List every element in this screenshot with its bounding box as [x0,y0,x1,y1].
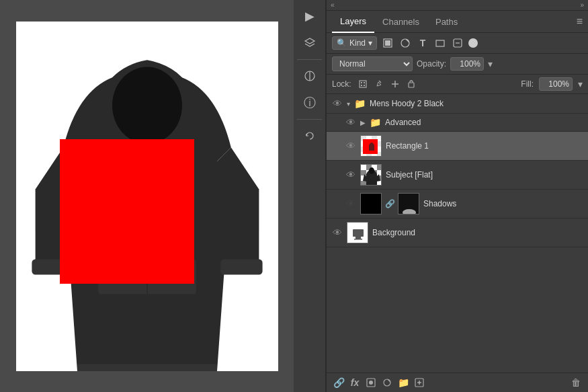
red-rectangle-overlay [60,139,194,284]
svg-rect-10 [385,40,390,46]
add-style-button[interactable]: fx [348,376,362,389]
shadows-thumbnail-2 [398,193,419,214]
chevron-advanced-icon[interactable]: ▶ [360,119,366,126]
link-layers-button[interactable]: 🔗 [332,376,345,389]
svg-line-20 [379,81,381,83]
fill-label: Fill: [521,79,534,89]
opacity-label: Opacity: [417,59,446,69]
layer-row-shadows[interactable]: 👁 🔗 Shadows [327,190,588,219]
link-shadows-icon[interactable]: 🔗 [386,193,394,214]
visibility-advanced-icon[interactable]: 👁 [345,117,356,128]
history-tool-button[interactable] [299,125,321,147]
kind-dropdown[interactable]: 🔍 Kind ▾ [332,36,377,50]
svg-rect-12 [436,40,444,46]
lock-paint-button[interactable] [373,78,385,90]
add-mask-button[interactable] [364,376,378,389]
dot-icon [468,38,478,48]
blend-opacity-row: Normal Multiply Screen Overlay Opacity: … [327,54,588,75]
lock-position-button[interactable] [389,78,401,90]
tab-paths[interactable]: Paths [427,11,466,32]
fill-input[interactable] [539,77,573,91]
canvas-content [16,22,278,371]
kind-label: Kind [349,38,366,48]
svg-rect-19 [364,85,365,86]
right-panel: « » Layers Channels Paths ≡ 🔍 Kind ▾ T [326,0,588,392]
smart-filter-button[interactable] [451,36,464,50]
left-toolbar: ▶ ⓘ [294,0,326,392]
svg-rect-6 [77,364,217,370]
visibility-rectangle-icon[interactable]: 👁 [345,141,356,151]
shape-filter-button[interactable] [433,36,447,50]
layer-row-subject[interactable]: 👁 [327,161,588,190]
folder-mens-hoody-icon: 📁 [354,98,366,109]
visibility-subject-icon[interactable]: 👁 [345,169,356,180]
opacity-input[interactable] [450,57,484,71]
layer-row-advanced[interactable]: 👁 ▶ 📁 Advanced [327,114,588,132]
svg-point-52 [369,381,373,385]
folder-advanced-icon: 📁 [370,117,381,128]
arrow-tool-button[interactable]: ▶ [299,5,321,27]
svg-rect-17 [364,82,365,83]
tabs-row: Layers Channels Paths ≡ [327,11,588,33]
fill-chevron-icon[interactable]: ▾ [578,79,583,89]
tab-layers[interactable]: Layers [332,11,374,33]
blend-mode-select[interactable]: Normal Multiply Screen Overlay [332,56,413,71]
delete-layer-button[interactable]: 🗑 [569,376,583,389]
lock-label: Lock: [332,79,351,89]
svg-rect-48 [353,229,364,237]
svg-rect-18 [361,85,362,86]
subject-thumbnail [360,164,382,186]
tab-channels[interactable]: Channels [374,11,427,32]
svg-rect-42 [377,181,382,186]
svg-rect-50 [354,239,362,240]
background-thumbnail [347,222,368,243]
svg-rect-35 [361,165,366,170]
layer-row-background[interactable]: 👁 Background [327,219,588,247]
add-adjustment-button[interactable] [380,376,394,389]
visibility-shadows-icon[interactable]: 👁 [345,198,356,209]
opacity-chevron-icon[interactable]: ▾ [488,58,493,69]
svg-point-43 [369,167,374,174]
lock-pixels-button[interactable] [357,78,369,90]
group-layers-button[interactable]: 📁 [396,376,410,389]
shadows-thumbnail-1 [360,193,382,214]
svg-rect-44 [361,194,382,214]
layer-name-shadows: Shadows [423,199,583,208]
layer-row-rectangle[interactable]: 👁 [327,132,588,161]
bottom-toolbar: 🔗 fx 📁 🗑 [327,373,588,392]
kind-chevron-icon: ▾ [368,38,372,48]
layer-row-mens-hoody[interactable]: 👁 ▾ 📁 Mens Hoody 2 Black [327,94,588,114]
visibility-background-icon[interactable]: 👁 [332,227,343,238]
collapse-right-button[interactable]: » [580,1,584,9]
lock-icons [357,78,417,90]
layer-name-rectangle: Rectangle 1 [386,141,583,151]
svg-point-1 [112,67,182,143]
new-layer-button[interactable] [413,376,426,389]
pixel-filter-button[interactable] [381,36,394,50]
layer-name-background: Background [372,228,583,237]
adjustments-tool-button[interactable] [299,65,321,87]
lock-row: Lock: Fill: ▾ [327,75,588,94]
type-filter-button[interactable]: T [416,36,429,50]
layer-name-mens-hoody: Mens Hoody 2 Black [370,99,583,108]
svg-rect-38 [377,170,382,175]
svg-rect-3 [220,259,262,274]
lock-artboard-button[interactable] [405,78,417,90]
svg-rect-28 [377,141,382,147]
adjustment-filter-button[interactable] [398,36,412,50]
canvas-area [0,0,294,392]
chevron-mens-hoody-icon[interactable]: ▾ [347,100,350,108]
info-tool-button[interactable]: ⓘ [299,92,321,114]
layers-tool-button[interactable] [299,32,321,54]
svg-rect-16 [361,82,362,83]
svg-rect-49 [355,237,361,239]
visibility-mens-hoody-icon[interactable]: 👁 [332,98,343,109]
divider-1 [297,59,323,60]
search-icon: 🔍 [337,38,347,48]
svg-rect-23 [409,83,414,87]
filter-toolbar: 🔍 Kind ▾ T [327,33,588,54]
layers-list: 👁 ▾ 📁 Mens Hoody 2 Black 👁 ▶ 📁 Advanced … [327,94,588,373]
panel-menu-button[interactable]: ≡ [577,15,583,28]
collapse-left-button[interactable]: « [331,1,335,9]
layer-name-subject: Subject [Flat] [386,170,583,180]
